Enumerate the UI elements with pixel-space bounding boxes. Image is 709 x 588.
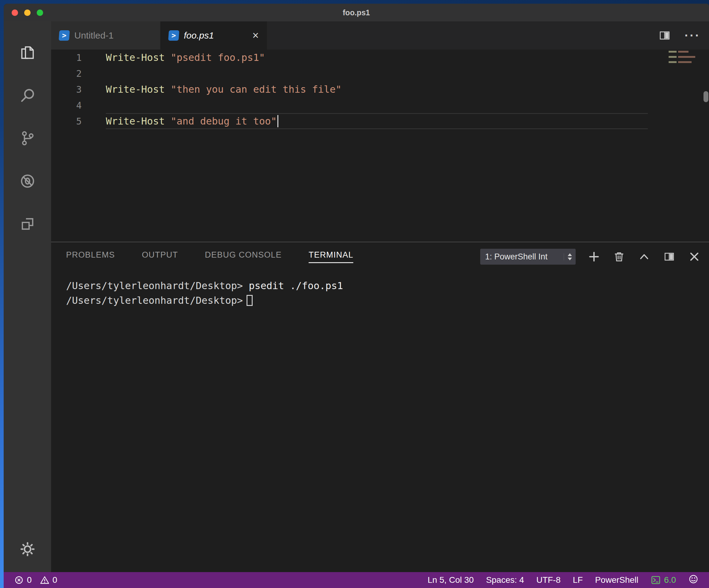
tab-debug-console[interactable]: DEBUG CONSOLE [205, 250, 282, 263]
terminal-instance-label: 1: PowerShell Int [485, 252, 564, 261]
line-number: 3 [51, 84, 82, 95]
powershell-version[interactable]: 6.0 [651, 575, 676, 585]
panel-header: PROBLEMS OUTPUT DEBUG CONSOLE TERMINAL 1… [51, 242, 709, 271]
more-actions-icon[interactable]: ··· [685, 29, 701, 42]
minimap[interactable] [668, 51, 698, 67]
source-control-icon[interactable] [4, 117, 51, 160]
zoom-window-button[interactable] [37, 9, 43, 16]
encoding[interactable]: UTF-8 [536, 575, 560, 585]
editor-line[interactable]: 3 Write-Host "then you can edit this fil… [51, 81, 709, 97]
code-token-command: Write-Host [106, 115, 165, 127]
problems-status[interactable]: 0 [14, 575, 32, 585]
extensions-icon[interactable] [4, 203, 51, 245]
terminal-instance-select[interactable]: 1: PowerShell Int [480, 249, 576, 265]
indentation[interactable]: Spaces: 4 [486, 575, 524, 585]
editor-line[interactable]: 5 Write-Host "and debug it too" [51, 113, 709, 129]
activity-bar [4, 21, 51, 572]
window-title: foo.ps1 [4, 8, 709, 17]
close-panel-icon[interactable] [688, 251, 701, 263]
tab-untitled-1[interactable]: > Untitled-1 [51, 21, 161, 50]
terminal-prompt: /Users/tylerleonhardt/Desktop> [66, 280, 243, 291]
code-token-command: Write-Host [106, 83, 165, 95]
bottom-panel: PROBLEMS OUTPUT DEBUG CONSOLE TERMINAL 1… [51, 242, 709, 572]
tab-terminal[interactable]: TERMINAL [309, 250, 353, 263]
code-token-command: Write-Host [106, 52, 165, 63]
text-cursor [278, 115, 278, 127]
tab-output[interactable]: OUTPUT [142, 250, 178, 263]
terminal-cursor [246, 295, 253, 306]
error-count: 0 [27, 575, 32, 585]
maximize-panel-icon[interactable] [638, 251, 650, 263]
line-number: 1 [51, 52, 82, 63]
minimize-window-button[interactable] [24, 9, 31, 16]
tab-label: foo.ps1 [184, 30, 214, 41]
split-terminal-icon[interactable] [663, 251, 675, 263]
title-bar[interactable]: foo.ps1 [4, 4, 709, 21]
status-bar: 0 0 Ln 5, Col 30 Spaces: 4 UTF-8 LF Powe… [4, 572, 709, 588]
terminal-line: /Users/tylerleonhardt/Desktop> psedit ./… [66, 278, 709, 293]
terminal-command: psedit ./foo.ps1 [243, 280, 343, 291]
close-window-button[interactable] [11, 9, 18, 16]
cursor-position[interactable]: Ln 5, Col 30 [428, 575, 474, 585]
line-number: 4 [51, 100, 82, 111]
code-token-string: "psedit foo.ps1" [165, 52, 265, 63]
warnings-status[interactable]: 0 [40, 575, 57, 585]
select-arrows-icon [564, 253, 572, 260]
line-number: 5 [51, 116, 82, 127]
terminal-prompt: /Users/tylerleonhardt/Desktop> [66, 295, 243, 306]
tab-label: Untitled-1 [74, 30, 113, 41]
editor-line[interactable]: 4 [51, 97, 709, 113]
split-editor-icon[interactable] [658, 29, 671, 42]
vscode-window: foo.ps1 [4, 4, 709, 588]
debug-icon[interactable] [4, 160, 51, 203]
settings-gear-icon[interactable] [4, 526, 51, 572]
warning-count: 0 [53, 575, 57, 585]
search-icon[interactable] [4, 74, 51, 117]
editor-tab-bar: > Untitled-1 > foo.ps1 × ··· [51, 21, 709, 50]
terminal-output[interactable]: /Users/tylerleonhardt/Desktop> psedit ./… [51, 271, 709, 572]
eol-sequence[interactable]: LF [573, 575, 583, 585]
terminal-line: /Users/tylerleonhardt/Desktop> [66, 293, 709, 308]
window-controls [4, 9, 43, 16]
editor-line[interactable]: 1 Write-Host "psedit foo.ps1" [51, 50, 709, 66]
code-token-string: "and debug it too" [165, 115, 277, 127]
smiley-feedback-icon[interactable] [688, 574, 699, 586]
tab-problems[interactable]: PROBLEMS [66, 250, 115, 263]
editor-line[interactable]: 2 [51, 66, 709, 81]
tab-foo-ps1[interactable]: > foo.ps1 × [161, 21, 267, 50]
powershell-version-number: 6.0 [664, 575, 676, 585]
close-tab-icon[interactable]: × [245, 30, 259, 41]
language-mode[interactable]: PowerShell [595, 575, 638, 585]
powershell-file-icon: > [168, 30, 179, 41]
code-token-string: "then you can edit this file" [165, 83, 342, 95]
powershell-file-icon: > [59, 30, 70, 41]
code-editor[interactable]: 1 Write-Host "psedit foo.ps1" 2 3 Write-… [51, 50, 709, 242]
explorer-icon[interactable] [4, 31, 51, 74]
new-terminal-icon[interactable] [588, 251, 600, 263]
editor-scrollbar[interactable] [704, 91, 708, 102]
kill-terminal-icon[interactable] [613, 251, 625, 263]
line-number: 2 [51, 68, 82, 79]
